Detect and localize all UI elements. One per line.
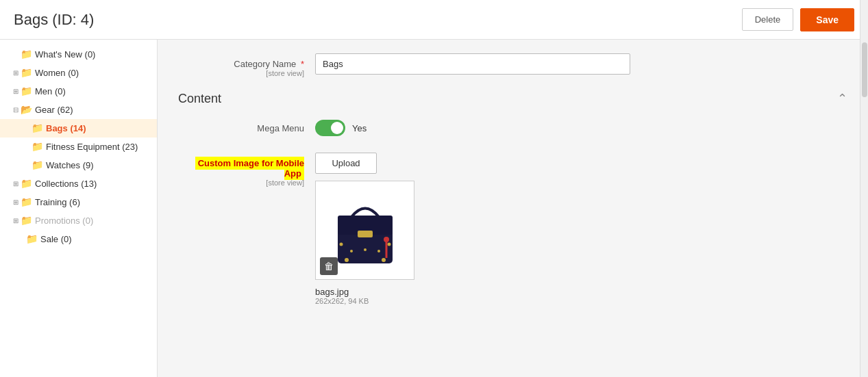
toggle-icon: ⊞ — [11, 68, 21, 78]
sidebar-item-label: Sale (0) — [40, 233, 72, 246]
toggle-icon: ⊞ — [11, 197, 21, 207]
page-header: Bags (ID: 4) Delete Save — [0, 0, 868, 40]
mega-menu-row: Mega Menu Yes — [178, 120, 847, 136]
sidebar-item-whats-new[interactable]: 📁 What's New (0) — [0, 45, 157, 64]
collapse-section-button[interactable]: ⌃ — [837, 91, 847, 106]
sidebar-item-men[interactable]: ⊞ 📁 Men (0) — [0, 82, 157, 101]
scrollbar[interactable] — [860, 40, 868, 377]
folder-icon: 📁 — [21, 84, 32, 99]
mega-menu-label: Mega Menu — [178, 123, 315, 133]
required-indicator: * — [301, 59, 304, 69]
image-dimensions: 262x262, 94 KB — [315, 297, 414, 305]
mega-menu-toggle[interactable] — [315, 120, 345, 136]
svg-point-7 — [339, 242, 343, 246]
store-view-sub2: [store view] — [178, 179, 304, 187]
trash-icon: 🗑 — [324, 261, 334, 272]
save-button[interactable]: Save — [800, 8, 854, 31]
category-name-input[interactable] — [315, 53, 630, 75]
image-preview: 🗑 — [315, 181, 414, 280]
image-filename: bags.jpg 262x262, 94 KB — [315, 287, 414, 305]
sidebar-item-gear[interactable]: ⊟ 📂 Gear (62) — [0, 101, 157, 119]
svg-point-11 — [377, 250, 380, 252]
category-name-row: Category Name * [store view] — [178, 53, 847, 77]
toggle-icon: ⊞ — [11, 86, 21, 96]
sidebar-item-label: Training (6) — [35, 196, 80, 209]
sidebar-item-label: Promotions (0) — [35, 214, 93, 228]
sidebar-item-label: What's New (0) — [35, 48, 95, 62]
folder-icon: 📁 — [21, 47, 32, 62]
mega-menu-toggle-wrap: Yes — [315, 120, 367, 136]
upload-content-area: Upload — [315, 153, 414, 305]
sidebar-item-label: Women (0) — [35, 66, 79, 80]
main-content: Category Name * [store view] Content ⌃ M… — [158, 40, 868, 377]
sidebar-item-label: Watches (9) — [46, 159, 94, 172]
toggle-icon: ⊞ — [11, 179, 21, 189]
custom-image-label-text: Custom Image for MobileApp — [195, 157, 304, 180]
folder-icon: 📁 — [21, 66, 32, 80]
image-name: bags.jpg — [315, 287, 414, 297]
category-name-field — [315, 53, 630, 75]
folder-icon: 📁 — [32, 121, 43, 135]
sidebar-item-collections[interactable]: ⊞ 📁 Collections (13) — [0, 174, 157, 193]
sidebar-item-label: Bags (14) — [46, 122, 86, 135]
sidebar-item-training[interactable]: ⊞ 📁 Training (6) — [0, 193, 157, 211]
folder-icon: 📂 — [21, 103, 32, 117]
delete-image-button[interactable]: 🗑 — [320, 257, 338, 275]
folder-icon: 📁 — [26, 232, 38, 246]
sidebar-item-label: Fitness Equipment (23) — [46, 140, 138, 154]
sidebar-item-bags[interactable]: 📁 Bags (14) — [0, 119, 157, 138]
toggle-icon: ⊟ — [11, 105, 21, 115]
content-section-title: Content — [178, 92, 221, 106]
delete-button[interactable]: Delete — [742, 8, 794, 31]
sidebar-item-label: Gear (62) — [35, 103, 73, 117]
body: 📁 What's New (0) ⊞ 📁 Women (0) ⊞ 📁 Men (… — [0, 40, 868, 377]
upload-button[interactable]: Upload — [315, 153, 377, 174]
toggle-icon: ⊞ — [11, 216, 21, 226]
store-view-sub: [store view] — [178, 69, 304, 77]
chevron-up-icon: ⌃ — [837, 92, 847, 105]
sidebar-item-women[interactable]: ⊞ 📁 Women (0) — [0, 64, 157, 82]
category-tree-sidebar: 📁 What's New (0) ⊞ 📁 Women (0) ⊞ 📁 Men (… — [0, 40, 158, 377]
folder-icon: 📁 — [21, 213, 32, 228]
svg-point-4 — [384, 237, 389, 242]
page-title: Bags (ID: 4) — [14, 11, 94, 29]
svg-rect-2 — [358, 231, 373, 237]
sidebar-item-label: Collections (13) — [35, 177, 97, 191]
category-name-label: Category Name * [store view] — [178, 53, 315, 77]
sidebar-item-watches[interactable]: 📁 Watches (9) — [0, 156, 157, 174]
mega-menu-value: Yes — [352, 123, 367, 133]
folder-icon: 📁 — [32, 158, 43, 172]
content-section-header: Content ⌃ — [178, 91, 847, 106]
sidebar-item-promotions[interactable]: ⊞ 📁 Promotions (0) — [0, 211, 157, 230]
custom-image-row: Custom Image for MobileApp [store view] … — [178, 153, 847, 305]
custom-image-label: Custom Image for MobileApp [store view] — [178, 153, 315, 187]
bag-image — [327, 190, 403, 272]
sidebar-item-fitness[interactable]: 📁 Fitness Equipment (23) — [0, 138, 157, 156]
svg-point-9 — [350, 250, 353, 252]
svg-point-6 — [382, 258, 386, 262]
folder-icon: 📁 — [21, 195, 32, 209]
sidebar-item-label: Men (0) — [35, 85, 66, 99]
scrollbar-thumb[interactable] — [862, 42, 867, 97]
folder-icon: 📁 — [21, 177, 32, 191]
svg-point-8 — [387, 242, 390, 246]
header-actions: Delete Save — [742, 8, 854, 31]
sidebar-item-sale[interactable]: 📁 Sale (0) — [0, 230, 157, 248]
svg-point-5 — [345, 258, 349, 262]
svg-point-10 — [364, 248, 367, 251]
folder-icon: 📁 — [32, 140, 43, 154]
